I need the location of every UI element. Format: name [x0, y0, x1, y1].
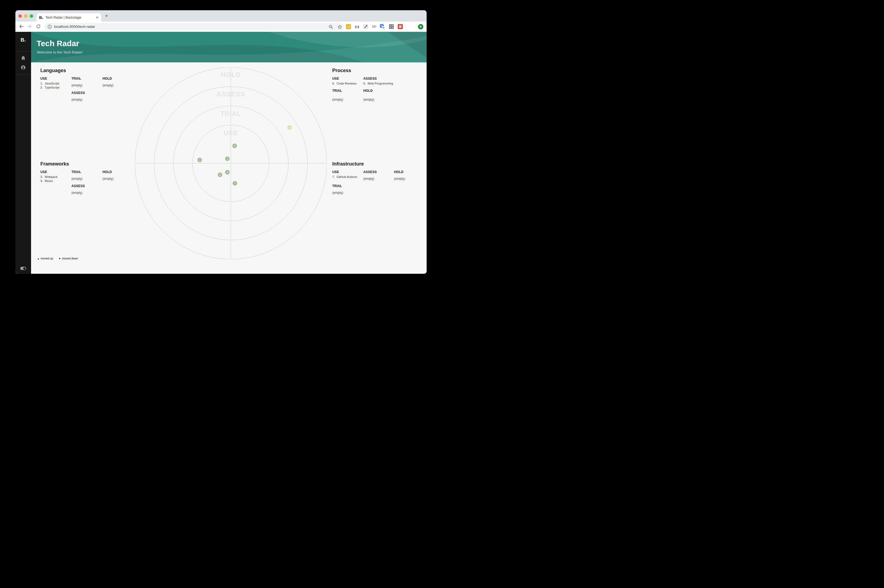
- backstage-logo[interactable]: B: [15, 37, 31, 43]
- radar-blip-4[interactable]: 4: [225, 170, 230, 175]
- svg-text:3: 3: [219, 174, 221, 176]
- frameworks-hold-empty: (empty): [103, 177, 114, 181]
- process-trial-empty: (empty): [332, 98, 344, 102]
- close-tab-icon[interactable]: ✕: [96, 16, 99, 20]
- moved-up-icon: ▲: [37, 257, 40, 260]
- languages-trial-empty: (empty): [72, 83, 83, 87]
- languages-hold-empty: (empty): [103, 83, 114, 87]
- zoom-indicator-icon[interactable]: [329, 25, 333, 29]
- svg-text:7: 7: [234, 182, 236, 184]
- radar-blip-6[interactable]: 6: [287, 125, 292, 130]
- profile-avatar[interactable]: [409, 24, 415, 29]
- url-bar[interactable]: localhost:3000/tech-radar: [44, 23, 344, 30]
- radar-entry-react[interactable]: 4.React: [41, 179, 53, 183]
- screenshot-page: B Tech Radar | Backstage ✕ +: [0, 0, 442, 294]
- browser-toolbar: localhost:3000/tech-radar •••| {≡}: [15, 22, 426, 32]
- sidebar-divider-top: [15, 51, 31, 52]
- url-text[interactable]: localhost:3000/tech-radar: [54, 25, 95, 28]
- browser-update-icon[interactable]: [418, 24, 423, 29]
- bookmark-star-icon[interactable]: [338, 25, 342, 29]
- process-use-header: USE: [332, 76, 339, 81]
- svg-text:2: 2: [199, 159, 200, 162]
- radar-main: HOLD ASSESS TRIAL USE 1234567 Languages …: [31, 62, 427, 274]
- languages-trial-header: TRIAL: [72, 76, 81, 81]
- process-trial-header: TRIAL: [332, 89, 342, 93]
- reload-icon[interactable]: [36, 24, 41, 29]
- frameworks-hold-header: HOLD: [103, 170, 112, 174]
- sidebar-home-icon[interactable]: [21, 56, 26, 60]
- grid-extension-icon[interactable]: [389, 24, 394, 29]
- radar-entry-mob-programming[interactable]: 6.Mob Programming: [363, 82, 393, 85]
- tech-radar-chart: HOLD ASSESS TRIAL USE 1234567: [135, 68, 327, 259]
- quadrant-title-languages: Languages: [41, 68, 66, 74]
- radar-blip-5[interactable]: 5: [233, 144, 237, 148]
- quadrant-title-process: Process: [332, 68, 351, 74]
- radar-legend: ▲moved up ▼moved down: [37, 257, 78, 260]
- forward-icon[interactable]: [27, 24, 32, 29]
- frameworks-use-header: USE: [41, 170, 47, 174]
- radar-blip-1[interactable]: 1: [225, 157, 230, 161]
- languages-hold-header: HOLD: [103, 76, 112, 81]
- frameworks-trial-empty: (empty): [72, 177, 83, 181]
- legend-moved-up: ▲moved up: [37, 257, 53, 260]
- frameworks-trial-header: TRIAL: [72, 170, 81, 174]
- close-window-button[interactable]: [18, 14, 22, 18]
- page-content: B: [15, 32, 426, 274]
- password-manager-extension-icon[interactable]: •••|: [345, 24, 351, 29]
- google-translate-extension-icon[interactable]: G a: [380, 24, 385, 29]
- infrastructure-assess-header: ASSESS: [363, 170, 377, 174]
- radar-entry-github-actions[interactable]: 7.GitHub Actions: [332, 175, 357, 178]
- sidebar-account-icon[interactable]: [21, 65, 26, 70]
- site-info-icon[interactable]: [48, 25, 52, 29]
- quadrant-title-infrastructure: Infrastructure: [332, 161, 364, 167]
- backstage-favicon-icon: B: [39, 15, 43, 20]
- new-tab-button[interactable]: +: [105, 13, 108, 19]
- page-subtitle: Welcome to the Tech Radar!: [37, 50, 83, 54]
- radar-blip-3[interactable]: 3: [218, 172, 222, 177]
- back-icon[interactable]: [19, 24, 24, 29]
- radar-blip-2[interactable]: 2: [197, 158, 202, 162]
- radar-entry-code-reviews[interactable]: 5.Code Reviews: [332, 82, 357, 85]
- json-formatter-extension-icon[interactable]: {≡}: [354, 24, 360, 29]
- infrastructure-trial-empty: (empty): [332, 191, 344, 195]
- infrastructure-assess-empty: (empty): [363, 177, 375, 181]
- legend-moved-down: ▼moved down: [59, 257, 78, 260]
- tab-strip: B Tech Radar | Backstage ✕ +: [15, 10, 426, 22]
- page-header: Tech Radar Welcome to the Tech Radar!: [31, 32, 427, 62]
- infrastructure-use-header: USE: [332, 170, 339, 174]
- vector-tool-extension-icon[interactable]: [363, 24, 369, 29]
- languages-assess-empty: (empty): [72, 98, 83, 102]
- radar-entry-javascript[interactable]: 1.JavaScript: [41, 82, 59, 85]
- browser-tab[interactable]: B Tech Radar | Backstage ✕: [36, 13, 101, 22]
- minimize-window-button[interactable]: [24, 14, 27, 18]
- ring-label-trial: TRIAL: [220, 110, 242, 117]
- svg-text:1: 1: [227, 158, 228, 160]
- fullscreen-window-button[interactable]: [30, 14, 33, 18]
- moved-down-icon: ▼: [59, 257, 61, 260]
- tab-title: Tech Radar | Backstage: [45, 16, 94, 20]
- svg-text:6: 6: [289, 126, 290, 129]
- app-sidebar: B: [15, 32, 31, 274]
- radar-blip-7[interactable]: 7: [233, 181, 237, 186]
- languages-assess-header: ASSESS: [72, 91, 85, 95]
- browser-window: B Tech Radar | Backstage ✕ +: [15, 10, 426, 274]
- header-wave-art: [31, 32, 427, 62]
- react-devtools-extension-icon[interactable]: [398, 24, 403, 29]
- toolbar-divider: [406, 24, 406, 29]
- svg-text:5: 5: [234, 144, 235, 147]
- radar-entry-webpack[interactable]: 3.Webpack: [41, 175, 58, 178]
- ring-label-use: USE: [224, 129, 238, 136]
- radar-entry-typescript[interactable]: 2.TypeScript: [41, 86, 59, 89]
- page-title: Tech Radar: [37, 39, 80, 48]
- ring-label-assess: ASSESS: [216, 90, 245, 98]
- process-hold-header: HOLD: [363, 89, 373, 93]
- process-hold-empty: (empty): [363, 98, 375, 102]
- np-extension-icon[interactable]: NP: [371, 24, 377, 29]
- infrastructure-hold-empty: (empty): [394, 177, 405, 181]
- process-assess-header: ASSESS: [363, 76, 377, 81]
- frameworks-assess-empty: (empty): [72, 191, 83, 195]
- sidebar-pin-toggle[interactable]: [20, 267, 26, 270]
- languages-use-header: USE: [41, 76, 47, 81]
- svg-text:4: 4: [227, 171, 228, 174]
- infrastructure-trial-header: TRIAL: [332, 184, 342, 188]
